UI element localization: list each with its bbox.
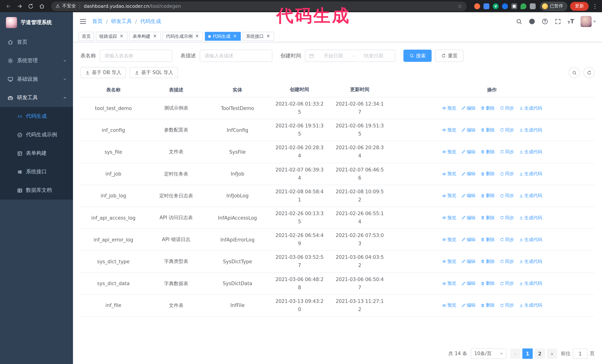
edit-link[interactable]: 编辑 <box>461 280 475 287</box>
puzzle-extensions-icon[interactable] <box>530 3 536 9</box>
tab-tracing[interactable]: 链路追踪 × <box>96 32 128 41</box>
edit-link[interactable]: 编辑 <box>461 149 475 155</box>
extension-icon[interactable] <box>474 3 480 9</box>
sidebar-item-form-builder[interactable]: 表单构建 <box>0 144 73 163</box>
extension-icon[interactable] <box>511 3 517 9</box>
home-button[interactable] <box>37 1 47 11</box>
font-size-icon[interactable]: TT <box>568 19 574 24</box>
page-button-2[interactable]: 2 <box>535 348 545 359</box>
sidebar-item-infrastructure[interactable]: 基础设施 <box>0 70 73 89</box>
edit-link[interactable]: 编辑 <box>461 302 475 309</box>
edit-link[interactable]: 编辑 <box>461 105 475 111</box>
import-sql-button[interactable]: 基于 SQL 导入 <box>130 67 178 78</box>
breadcrumb-home[interactable]: 首页 <box>92 18 103 25</box>
sidebar-item-code-generation[interactable]: 代码生成 <box>0 107 73 125</box>
close-icon[interactable]: × <box>119 34 124 39</box>
fullscreen-icon[interactable] <box>555 18 561 25</box>
sidebar-item-codegen-example[interactable]: 代码生成示例 <box>0 125 73 144</box>
extension-icon[interactable] <box>502 3 508 9</box>
reload-button[interactable] <box>26 1 36 11</box>
generate-code-link[interactable]: 生成代码 <box>519 215 542 221</box>
date-range-picker[interactable]: 开始日期 - 结束日期 <box>305 50 395 62</box>
edit-link[interactable]: 编辑 <box>461 259 475 265</box>
sidebar-item-system-api[interactable]: 系统接口 <box>0 163 73 181</box>
bookmark-star-icon[interactable]: ☆ <box>457 3 462 10</box>
refresh-table-button[interactable] <box>583 67 595 78</box>
sync-link[interactable]: 同步 <box>500 280 514 287</box>
delete-link[interactable]: 删除 <box>480 171 495 177</box>
sync-link[interactable]: 同步 <box>500 302 514 309</box>
preview-link[interactable]: 预览 <box>442 259 456 265</box>
delete-link[interactable]: 删除 <box>480 105 495 111</box>
toggle-search-button[interactable] <box>569 67 580 78</box>
extension-icon[interactable]: V <box>493 3 499 9</box>
extension-icon[interactable] <box>520 3 527 9</box>
delete-link[interactable]: 删除 <box>480 302 495 309</box>
github-icon[interactable] <box>529 18 536 25</box>
sync-link[interactable]: 同步 <box>500 193 514 199</box>
tab-form-builder[interactable]: 表单构建 × <box>129 32 161 41</box>
preview-link[interactable]: 预览 <box>442 171 456 177</box>
sidebar-item-db-docs[interactable]: 数据库文档 <box>0 181 73 200</box>
delete-link[interactable]: 删除 <box>480 149 495 155</box>
page-size-select[interactable]: 10条/页 <box>471 348 506 359</box>
reset-button[interactable]: 重置 <box>435 50 463 62</box>
preview-link[interactable]: 预览 <box>442 193 456 199</box>
edit-link[interactable]: 编辑 <box>461 215 475 221</box>
logo[interactable]: 芋道管理系统 <box>0 12 73 33</box>
edit-link[interactable]: 编辑 <box>461 193 475 199</box>
browser-menu-icon[interactable]: ⋮ <box>592 3 598 10</box>
extension-icon[interactable] <box>484 3 489 9</box>
edit-link[interactable]: 编辑 <box>461 171 475 177</box>
sync-link[interactable]: 同步 <box>500 171 514 177</box>
user-menu[interactable] <box>580 16 596 27</box>
sidebar-item-system-management[interactable]: 系统管理 <box>0 52 73 70</box>
profile-paused-badge[interactable]: 已暂停 <box>540 2 567 10</box>
preview-link[interactable]: 预览 <box>442 215 456 221</box>
close-icon[interactable]: × <box>194 34 200 39</box>
delete-link[interactable]: 删除 <box>480 236 495 243</box>
sync-link[interactable]: 同步 <box>500 105 514 111</box>
breadcrumb-dev-tools[interactable]: 研发工具 <box>111 18 132 25</box>
help-icon[interactable] <box>542 18 548 25</box>
generate-code-link[interactable]: 生成代码 <box>519 236 542 243</box>
delete-link[interactable]: 删除 <box>480 280 495 287</box>
sidebar-item-home[interactable]: 首页 <box>0 33 73 52</box>
generate-code-link[interactable]: 生成代码 <box>519 171 542 177</box>
sidebar-item-dev-tools[interactable]: 研发工具 <box>0 89 73 107</box>
generate-code-link[interactable]: 生成代码 <box>519 193 542 199</box>
close-icon[interactable]: × <box>152 34 157 39</box>
edit-link[interactable]: 编辑 <box>461 127 475 133</box>
address-bar[interactable]: ⚠ 不安全 dashboard.yudao.iocoder.cn /tool/c… <box>51 1 467 11</box>
delete-link[interactable]: 删除 <box>480 259 495 265</box>
generate-code-link[interactable]: 生成代码 <box>519 302 542 309</box>
preview-link[interactable]: 预览 <box>442 149 456 155</box>
next-page-button[interactable]: › <box>547 348 557 359</box>
generate-code-link[interactable]: 生成代码 <box>519 280 542 287</box>
edit-link[interactable]: 编辑 <box>461 236 475 243</box>
search-button[interactable]: 搜索 <box>403 50 431 62</box>
table-name-input[interactable] <box>100 50 172 62</box>
sync-link[interactable]: 同步 <box>500 236 514 243</box>
preview-link[interactable]: 预览 <box>442 302 456 309</box>
close-icon[interactable]: × <box>266 34 271 39</box>
generate-code-link[interactable]: 生成代码 <box>519 105 542 111</box>
hamburger-icon[interactable] <box>79 17 87 26</box>
delete-link[interactable]: 删除 <box>480 127 495 133</box>
preview-link[interactable]: 预览 <box>442 280 456 287</box>
generate-code-link[interactable]: 生成代码 <box>519 259 542 265</box>
sync-link[interactable]: 同步 <box>500 127 514 133</box>
table-desc-input[interactable] <box>200 50 272 62</box>
delete-link[interactable]: 删除 <box>480 193 495 199</box>
generate-code-link[interactable]: 生成代码 <box>519 149 542 155</box>
back-button[interactable] <box>4 1 13 11</box>
sync-link[interactable]: 同步 <box>500 259 514 265</box>
page-button-1[interactable]: 1 <box>522 348 533 359</box>
search-icon[interactable] <box>516 18 523 25</box>
tab-codegen-example[interactable]: 代码生成示例 × <box>163 32 203 41</box>
forward-button[interactable] <box>15 1 24 11</box>
preview-link[interactable]: 预览 <box>442 127 456 133</box>
close-icon[interactable]: × <box>232 34 237 39</box>
goto-page-input[interactable] <box>573 348 588 359</box>
sync-link[interactable]: 同步 <box>500 149 514 155</box>
